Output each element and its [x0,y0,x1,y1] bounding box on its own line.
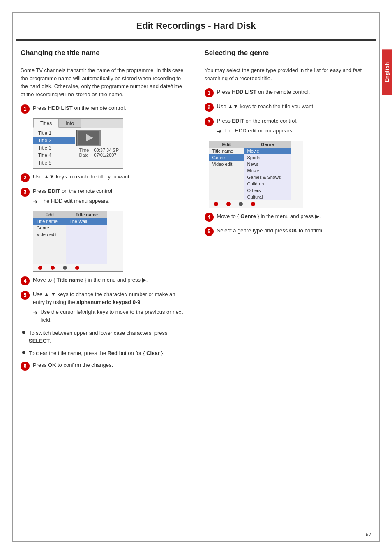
dot-3 [63,266,67,270]
bullet-1-text: To switch between upper and lower case c… [29,329,188,345]
edit-col1-header: Edit [33,211,66,218]
arrow-icon-r3: ➜ [217,127,222,136]
content-area: Changing the title name Some TV channels… [16,41,376,384]
info-area: Time 00:37:34 SP Date 07/01/2007 [75,128,123,168]
right-column: Selecting the genre You may select the g… [196,41,376,384]
step-3: 3 Press EDIT on the remote control. ➜ Th… [21,187,188,206]
genre-col2-header: Genre [244,141,291,148]
right-step-2-text: Use ▲▼ keys to reach the title you want. [217,102,315,111]
step-5-number: 5 [21,291,30,300]
genre-opt-others: Others [244,187,291,194]
time-row: Time 00:37:34 SP [79,148,119,153]
step-3-sub: ➜ The HDD edit menu appears. [33,197,114,206]
bullet-2: To clear the title name, press the Red b… [22,349,188,357]
step-3-sub-text: The HDD edit menu appears. [40,197,110,205]
arrow-icon-5: ➜ [33,308,38,317]
genre-opt-children: Children [244,181,291,187]
bullet-dot-1 [22,331,25,334]
list-row-title5: Title 5 [33,159,75,167]
right-step-3-sub: ➜ The HDD edit menu appears. [217,127,298,136]
tab-titles: Titles [33,119,59,128]
gdot-4 [251,202,255,206]
right-step-3-text: Press EDIT on the remote control. ➜ The … [217,117,298,136]
step-1: 1 Press HDD LIST on the remote control. [21,104,188,114]
step-4-text: Move to { Title name } in the menu and p… [33,276,148,284]
left-intro-text: Some TV channels transmit the name of th… [21,66,188,98]
mockup-content: Title 1 Title 2 Title 3 Title 4 Title 5 [33,128,123,168]
edit-two-col: Edit Title name Genre Video edit Title n… [33,211,123,264]
bullet-1: To switch between upper and lower case c… [22,329,188,345]
right-step-5-text: Select a genre type and press OK to conf… [217,227,324,235]
border-bottom [12,541,380,542]
language-tab: English [382,49,392,95]
gdot-1 [214,202,218,206]
thumbnail [76,130,101,146]
border-top [12,12,380,13]
right-step-4-text: Move to { Genre } in the menu and press … [217,212,321,220]
dot-1 [38,266,42,270]
genre-two-col: Edit Title name Genre Video edit Genre M… [209,141,303,200]
mockup-genre-menu: Edit Title name Genre Video edit Genre M… [209,141,303,208]
genre-item-videoedit: Video edit [209,161,244,167]
left-section-heading: Changing the title name [21,49,188,60]
step-3-text: Press EDIT on the remote control. ➜ The … [33,187,114,206]
right-step-1-text: Press HDD LIST on the remote control. [217,88,310,96]
right-intro-text: You may select the genre type provided i… [205,66,372,82]
right-step-2-number: 2 [205,103,214,112]
mockup-titles-list: Titles Info Title 1 Title 2 Title 3 Titl… [33,118,123,169]
right-step-4: 4 Move to { Genre } in the menu and pres… [205,212,372,222]
genre-col1-header: Edit [209,141,244,148]
list-row-title1: Title 1 [33,130,75,137]
edit-col2-header: Title name [66,211,107,218]
right-step-2: 2 Use ▲▼ keys to reach the title you wan… [205,102,372,112]
genre-opt-music: Music [244,167,291,174]
step-2-number: 2 [21,173,30,182]
right-step-3: 3 Press EDIT on the remote control. ➜ Th… [205,117,372,136]
right-step-3-sub-text: The HDD edit menu appears. [224,127,294,135]
genre-opt-movie: Movie [244,148,291,154]
left-column: Changing the title name Some TV channels… [16,41,196,384]
edit-col-left: Edit Title name Genre Video edit [33,211,66,264]
step-6: 6 Press OK to confirm the changes. [21,361,188,371]
step-2-text: Use ▲▼ keys to reach the title you want. [33,173,131,181]
date-row: Date 07/01/2007 [79,153,119,158]
bullet-dot-2 [22,351,25,354]
list-row-title4: Title 4 [33,152,75,159]
info-details: Time 00:37:34 SP Date 07/01/2007 [76,146,121,159]
edit-item-titlename: Title name [33,218,66,225]
genre-col-left: Edit Title name Genre Video edit [209,141,244,200]
right-section-heading: Selecting the genre [205,49,372,60]
page-number: 67 [366,531,371,538]
step-2: 2 Use ▲▼ keys to reach the title you wan… [21,173,188,182]
genre-mockup-dots [209,200,303,208]
mockup-dots [33,264,123,271]
tab-info: Info [59,119,81,128]
step-1-number: 1 [21,104,30,114]
date-value: 07/01/2007 [94,153,116,158]
genre-opt-games: Games & Shows [244,174,291,181]
step-3-number: 3 [21,188,30,197]
bullet-2-text: To clear the title name, press the Red b… [29,349,164,357]
date-label: Date [79,153,91,158]
page-title: Edit Recordings - Hard Disk [16,0,376,41]
list-row-title3: Title 3 [33,144,75,152]
right-step-5-number: 5 [205,227,214,236]
arrow-icon: ➜ [33,197,38,206]
border-left [12,12,13,542]
titles-list: Title 1 Title 2 Title 3 Title 4 Title 5 [33,128,75,168]
gdot-3 [239,202,243,206]
step-5-sub: ➜ Use the cursor left/right keys to move… [33,308,188,324]
right-step-4-number: 4 [205,213,214,222]
gdot-2 [226,202,231,206]
time-value: 00:37:34 SP [94,148,119,153]
mockup-edit-menu: Edit Title name Genre Video edit Title n… [33,211,123,272]
step-4: 4 Move to { Title name } in the menu and… [21,276,188,285]
step-4-number: 4 [21,276,30,285]
step-1-text: Press HDD LIST on the remote control. [33,104,126,112]
mockup-tabs: Titles Info [33,119,123,128]
border-right [379,12,380,542]
step-5: 5 Use ▲ ▼ keys to change the character/ … [21,290,188,324]
list-row-title2: Title 2 [33,137,75,144]
genre-opt-sports: Sports [244,154,291,161]
genre-col-right: Genre Movie Sports News Music Games & Sh… [244,141,291,200]
